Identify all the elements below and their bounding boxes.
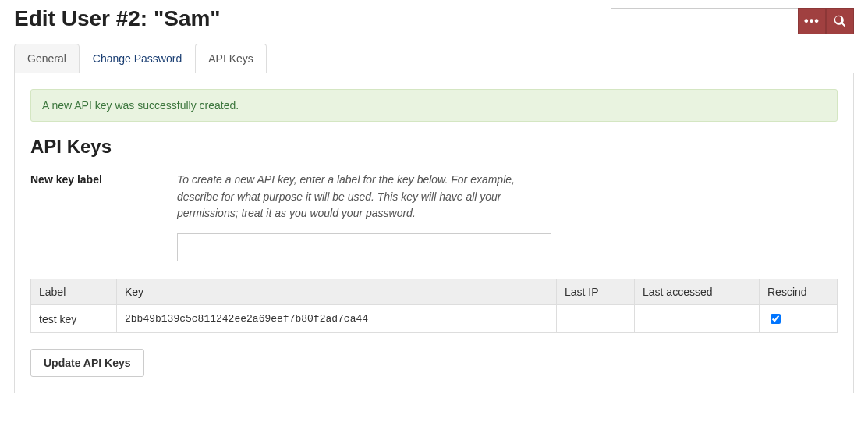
page-title: Edit User #2: "Sam"	[14, 6, 221, 31]
table-row: test key 2bb49b139c5c811242ee2a69eef7b80…	[31, 305, 838, 333]
th-key: Key	[117, 279, 557, 305]
new-key-help: To create a new API key, enter a label f…	[177, 172, 551, 222]
cell-last-accessed	[635, 305, 760, 333]
section-title: API Keys	[30, 136, 838, 158]
th-last-accessed: Last accessed	[635, 279, 760, 305]
new-key-label: New key label	[30, 172, 177, 186]
th-rescind: Rescind	[760, 279, 838, 305]
search-button[interactable]	[826, 8, 854, 34]
tab-api-keys[interactable]: API Keys	[195, 44, 267, 73]
th-last-ip: Last IP	[557, 279, 635, 305]
ellipsis-icon: •••	[804, 15, 820, 27]
tab-panel-api-keys: A new API key was successfully created. …	[14, 73, 854, 393]
new-key-input[interactable]	[177, 233, 551, 261]
api-keys-table: Label Key Last IP Last accessed Rescind …	[30, 279, 838, 333]
cell-rescind	[760, 305, 838, 333]
tabs: General Change Password API Keys	[14, 44, 854, 73]
cell-last-ip	[557, 305, 635, 333]
search-options-button[interactable]: •••	[798, 8, 826, 34]
th-label: Label	[31, 279, 117, 305]
search-group: •••	[611, 8, 854, 34]
update-api-keys-button[interactable]: Update API Keys	[30, 349, 144, 377]
new-key-row: New key label To create a new API key, e…	[30, 172, 838, 261]
search-icon	[834, 15, 846, 27]
success-alert: A new API key was successfully created.	[30, 89, 838, 122]
rescind-checkbox[interactable]	[771, 314, 781, 324]
tab-general[interactable]: General	[14, 44, 80, 73]
search-input[interactable]	[611, 8, 798, 34]
tab-change-password[interactable]: Change Password	[80, 44, 195, 73]
cell-key: 2bb49b139c5c811242ee2a69eef7b80f2ad7ca44	[117, 305, 557, 333]
cell-label: test key	[31, 305, 117, 333]
